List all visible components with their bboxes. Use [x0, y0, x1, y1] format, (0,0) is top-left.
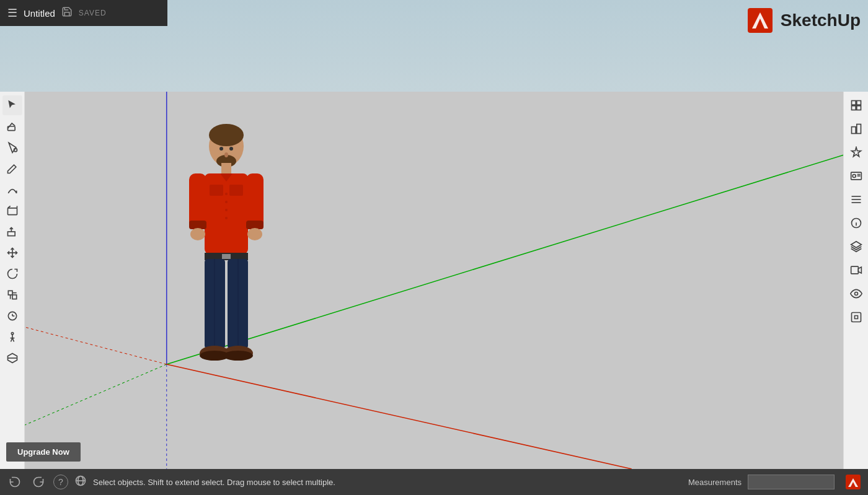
arc-tool[interactable] — [2, 180, 22, 199]
svg-point-82 — [854, 292, 857, 296]
status-text: Select objects. Shift to extend select. … — [93, 478, 682, 487]
undo-button[interactable] — [6, 473, 24, 491]
paint-bucket-tool[interactable] — [2, 138, 22, 157]
push-pull-tool[interactable] — [2, 222, 22, 242]
walk-tool[interactable] — [2, 327, 22, 347]
svg-marker-81 — [858, 267, 861, 273]
svg-point-29 — [247, 228, 262, 240]
svg-rect-68 — [856, 125, 861, 134]
materials-panel-button[interactable] — [846, 95, 866, 115]
saved-status: SAVED — [79, 9, 107, 17]
svg-line-7 — [167, 364, 632, 469]
scenes-panel-button[interactable] — [846, 166, 866, 186]
entity-info-panel-button[interactable] — [846, 213, 866, 233]
styles-panel-button[interactable] — [846, 142, 866, 162]
document-title: Untitled — [24, 8, 55, 19]
svg-point-10 — [209, 124, 244, 146]
left-toolbar — [0, 92, 25, 469]
svg-point-14 — [224, 152, 228, 157]
section-plane-tool[interactable] — [2, 348, 22, 368]
svg-point-22 — [225, 209, 228, 211]
svg-rect-65 — [851, 106, 856, 110]
scale-tool[interactable] — [2, 285, 22, 305]
canvas-area[interactable] — [25, 92, 868, 469]
svg-rect-26 — [189, 221, 206, 229]
save-icon[interactable] — [61, 6, 73, 20]
video-panel-button[interactable] — [846, 260, 866, 280]
redo-button[interactable] — [30, 473, 47, 491]
svg-point-13 — [229, 147, 233, 151]
menu-icon[interactable]: ☰ — [7, 6, 17, 20]
svg-marker-79 — [851, 242, 861, 248]
svg-rect-51 — [12, 295, 17, 299]
eraser-tool[interactable] — [2, 116, 22, 136]
svg-line-60 — [12, 338, 14, 342]
scene-viewport — [25, 92, 868, 469]
sketchup-logo-icon — [745, 5, 776, 36]
svg-rect-43 — [7, 208, 17, 215]
right-toolbar — [843, 92, 868, 469]
svg-rect-19 — [229, 185, 243, 196]
outliner-panel-button[interactable] — [846, 190, 866, 209]
svg-rect-27 — [246, 221, 264, 229]
measurements-input[interactable] — [748, 475, 835, 489]
svg-rect-66 — [856, 106, 861, 110]
select-tool[interactable] — [2, 95, 22, 115]
move-tool[interactable] — [2, 243, 22, 263]
svg-point-57 — [11, 333, 13, 335]
components-panel-button[interactable] — [846, 119, 866, 139]
svg-rect-63 — [851, 101, 856, 105]
svg-rect-64 — [856, 101, 861, 105]
svg-rect-83 — [851, 313, 861, 322]
svg-point-12 — [219, 147, 223, 151]
measurements-label: Measurements — [688, 478, 742, 487]
svg-rect-50 — [8, 291, 12, 295]
pencil-tool[interactable] — [2, 159, 22, 178]
shape-tool[interactable] — [2, 201, 22, 221]
help-button[interactable]: ? — [53, 475, 68, 489]
svg-rect-18 — [210, 185, 223, 196]
eye-panel-button[interactable] — [846, 284, 866, 304]
logo: SketchUp — [745, 5, 861, 36]
rotate-tool[interactable] — [2, 264, 22, 284]
globe-icon[interactable] — [74, 475, 87, 490]
svg-rect-46 — [7, 232, 15, 236]
svg-rect-31 — [222, 254, 231, 259]
layers-panel-button[interactable] — [846, 237, 866, 256]
svg-point-23 — [225, 217, 228, 219]
svg-point-70 — [852, 175, 856, 178]
sketchup-logo-text: SketchUp — [781, 11, 861, 30]
human-figure — [186, 123, 267, 370]
sketchup-small-icon — [844, 473, 862, 491]
tape-measure-tool[interactable] — [2, 306, 22, 326]
svg-line-8 — [25, 327, 167, 364]
svg-point-41 — [14, 149, 17, 152]
svg-line-6 — [25, 364, 167, 425]
svg-point-20 — [225, 193, 228, 195]
extension-panel-button[interactable] — [846, 307, 866, 327]
svg-rect-80 — [851, 266, 858, 274]
svg-rect-67 — [851, 127, 856, 134]
svg-point-28 — [190, 228, 205, 240]
titlebar: ☰ Untitled SAVED — [0, 0, 167, 26]
upgrade-now-button[interactable]: Upgrade Now — [6, 442, 81, 462]
svg-rect-15 — [221, 163, 231, 174]
svg-line-5 — [167, 147, 868, 364]
bottom-bar: ? Select objects. Shift to extend select… — [0, 469, 868, 495]
svg-point-21 — [225, 201, 228, 203]
svg-point-39 — [223, 351, 253, 361]
